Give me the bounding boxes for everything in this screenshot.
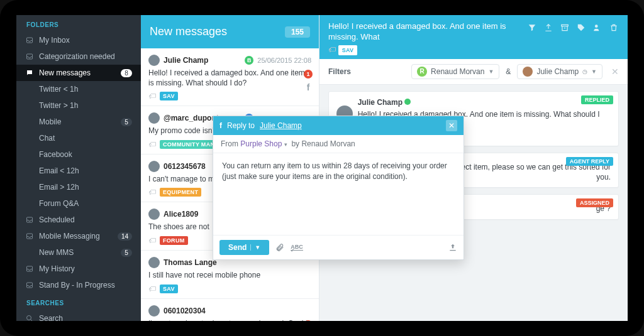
reply-shop[interactable]: Purple Shop [240, 139, 282, 148]
sidebar-item[interactable]: Mobile5 [16, 114, 141, 130]
sidebar-item-label: Forum Q&A [39, 199, 79, 208]
sidebar: FOLDERS My InboxCategorization neededNew… [16, 15, 141, 321]
tag-icon: 🏷 [148, 92, 156, 100]
reply-from-row: From Purple Shop ▾ by Renaud Morvan [213, 135, 464, 153]
sidebar-item-label: New MMS [39, 248, 74, 257]
message-preview: Hello! I received a damaged box. And one… [148, 68, 311, 88]
sidebar-section-folders: FOLDERS [16, 15, 141, 32]
sidebar-item-label: New messages [39, 68, 91, 77]
message-author: 0601020304 [164, 306, 206, 315]
attachment-icon[interactable] [275, 243, 284, 252]
close-reply-icon[interactable]: ✕ [446, 120, 457, 131]
sidebar-search-label: Search [39, 314, 63, 321]
conversation-title-area: Hello! I received a damaged box. And one… [328, 21, 519, 55]
tag-action-icon[interactable] [576, 23, 586, 33]
reply-modal: f Reply to Julie Champ ✕ From Purple Sho… [213, 116, 464, 260]
message-item[interactable]: Julie ChampB25/06/2015 22:08Hello! I rec… [141, 48, 319, 106]
status-dot [404, 99, 411, 105]
chevron-down-icon: ▼ [591, 68, 597, 75]
close-filters-icon[interactable]: ✕ [611, 67, 619, 77]
sidebar-item[interactable]: Mobile Messaging14 [16, 228, 141, 244]
upload-icon[interactable] [448, 243, 457, 252]
archive-icon[interactable] [560, 23, 570, 33]
sidebar-search[interactable]: Search [16, 310, 141, 321]
reply-header-prefix: Reply to [227, 121, 255, 130]
conversation-tag: SAV [338, 45, 358, 55]
folder-icon [25, 52, 34, 61]
sidebar-item-label: Mobile Messaging [39, 232, 100, 241]
sidebar-item[interactable]: New messages8 [16, 65, 141, 81]
folder-icon [25, 117, 34, 126]
message-author: Julie Champ [164, 56, 208, 65]
chevron-down-icon[interactable]: ▾ [284, 141, 287, 148]
avatar: R [417, 67, 427, 77]
sidebar-item-label: Stand By - In Progress [39, 281, 115, 290]
sidebar-item[interactable]: Stand By - In Progress [16, 277, 141, 293]
svg-point-3 [595, 24, 598, 28]
tag-icon: 🏷 [148, 188, 156, 197]
sidebar-item[interactable]: Email < 12h [16, 163, 141, 179]
export-icon[interactable] [543, 23, 553, 33]
alert-badge: 11 [304, 320, 313, 321]
conversation-header: Hello! I received a damaged box. And one… [319, 15, 628, 59]
sidebar-item[interactable]: Categorization needed [16, 48, 141, 65]
sidebar-item[interactable]: Chat [16, 130, 141, 146]
sidebar-section-searches: SEARCHES [16, 293, 141, 310]
sidebar-item-label: My History [39, 264, 75, 273]
sidebar-item[interactable]: My History [16, 261, 141, 277]
folder-icon [25, 85, 34, 94]
reply-header: f Reply to Julie Champ ✕ [213, 116, 464, 135]
message-author: @marc_dupont [164, 114, 219, 122]
sidebar-item[interactable]: My Inbox [16, 32, 141, 48]
sidebar-item-label: Mobile [39, 117, 61, 126]
status-badge: REPLIED [581, 95, 613, 104]
sidebar-item[interactable]: Facebook [16, 146, 141, 163]
conversation-toolbar [527, 21, 619, 55]
avatar [148, 161, 160, 172]
message-item[interactable]: 0601020304I'm not sur how to do get a ne… [141, 299, 319, 321]
spellcheck-icon[interactable]: ABC ✓ [291, 244, 303, 251]
sidebar-item[interactable]: Email > 12h [16, 179, 141, 195]
folder-icon [25, 215, 34, 224]
clock-icon: ◷ [582, 68, 587, 75]
facebook-icon: f [307, 82, 310, 92]
message-count-badge: 155 [285, 26, 310, 38]
users-icon[interactable] [592, 23, 602, 33]
message-tag: SAV [160, 285, 178, 293]
filter-chip-agent[interactable]: R Renaud Morvan ▼ [411, 64, 499, 79]
folder-icon [25, 248, 34, 257]
reply-body-input[interactable]: You can return any item to us within 28 … [213, 153, 464, 235]
reply-by: by Renaud Morvan [291, 139, 355, 148]
folder-icon [25, 68, 34, 77]
svg-point-0 [27, 316, 31, 320]
message-author: 0612345678 [164, 162, 206, 171]
sidebar-item[interactable]: Forum Q&A [16, 195, 141, 212]
folder-icon [25, 150, 34, 159]
trash-icon[interactable] [609, 23, 619, 33]
sidebar-item-count: 14 [118, 232, 132, 241]
filters-bar: Filters R Renaud Morvan ▼ & Julie Champ … [319, 59, 628, 85]
conversation-title: Hello! I received a damaged box. And one… [328, 21, 519, 43]
chevron-down-icon[interactable]: ▼ [250, 244, 260, 251]
sidebar-item[interactable]: Twitter > 1h [16, 97, 141, 114]
sidebar-item[interactable]: Scheduled [16, 212, 141, 228]
reply-footer: Send ▼ ABC ✓ [213, 235, 464, 259]
filter-chip-customer[interactable]: Julie Champ ◷ ▼ [517, 64, 602, 79]
thread-author: Julie Champ [358, 98, 402, 107]
avatar [148, 257, 160, 268]
message-author: Alice1809 [164, 210, 198, 219]
sidebar-item[interactable]: Twitter < 1h [16, 81, 141, 97]
filters-label: Filters [328, 67, 351, 76]
filter-icon[interactable] [527, 23, 537, 33]
sidebar-item-label: Categorization needed [39, 52, 115, 61]
sidebar-item-label: Twitter > 1h [39, 101, 78, 110]
filter-ampersand: & [506, 67, 511, 76]
send-button[interactable]: Send ▼ [219, 240, 269, 255]
sidebar-item[interactable]: New MMS5 [16, 244, 141, 261]
send-button-label: Send [228, 243, 247, 252]
status-badge: AGENT REPLY [566, 157, 613, 166]
folder-icon [25, 166, 34, 175]
folder-icon [25, 281, 34, 290]
filter-chip-label: Renaud Morvan [431, 67, 484, 76]
message-list-header: New messages 155 [141, 15, 319, 48]
